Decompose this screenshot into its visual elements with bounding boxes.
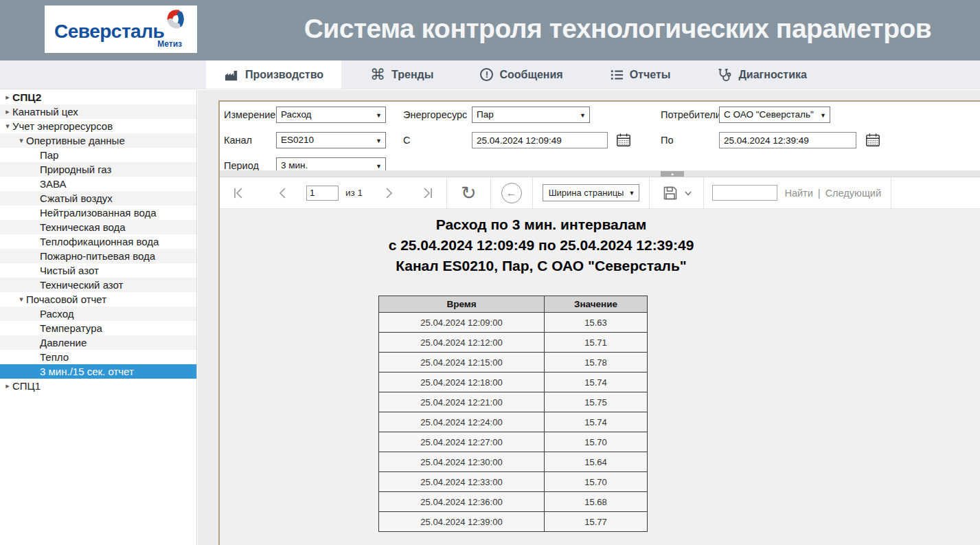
value-cell: 15.68 <box>545 492 648 512</box>
value-cell: 15.78 <box>545 353 648 372</box>
find-divider: | <box>818 188 821 199</box>
time-cell: 25.04.2024 12:15:00 <box>379 353 545 372</box>
sidebar-tree: ▸СПЦ2▸Канатный цех▾Учет энергоресурсов▾О… <box>0 90 197 545</box>
time-cell: 25.04.2024 12:27:00 <box>379 432 545 452</box>
sidebar-item-label: Чистый азот <box>40 263 99 278</box>
sidebar-item-label: Техническая вода <box>40 220 126 234</box>
tab-production[interactable]: Производство <box>206 60 341 89</box>
find-link[interactable]: Найти <box>784 188 812 199</box>
sidebar-item-label: Опертивные данные <box>26 133 125 148</box>
collapse-parameters-handle[interactable]: ▴ <box>661 171 684 177</box>
sidebar-item[interactable]: ▾Учет энергоресурсов <box>0 119 196 133</box>
sidebar-item[interactable]: Температура <box>0 321 196 335</box>
sidebar-item[interactable]: Давление <box>0 335 196 350</box>
reports-icon <box>610 69 624 81</box>
consumers-label: Потребители <box>661 107 721 123</box>
sidebar-item-label: Технический азот <box>40 278 123 292</box>
tab-messages[interactable]: ! Сообщения <box>462 60 580 89</box>
chevron-collapsed-icon[interactable]: ▸ <box>3 379 12 393</box>
sidebar-item[interactable]: Сжатый воздух <box>0 191 196 205</box>
last-page-button[interactable] <box>419 185 435 201</box>
sidebar-item[interactable]: 3 мин./15 сек. отчет <box>0 364 196 379</box>
sidebar-item[interactable]: ▸Канатный цех <box>0 104 196 119</box>
table-row: 25.04.2024 12:15:0015.78 <box>379 353 648 372</box>
next-page-button[interactable] <box>380 185 397 201</box>
chevron-expanded-icon[interactable]: ▾ <box>3 119 12 133</box>
value-cell: 15.77 <box>545 512 648 532</box>
sidebar-item[interactable]: Тепло <box>0 350 196 364</box>
sidebar-item[interactable]: Природный газ <box>0 162 196 177</box>
zoom-select[interactable]: Ширина страницы▼ <box>543 184 640 201</box>
content-area: Измерение Расход▼ Энергоресурс Пар▼ Потр… <box>198 90 980 545</box>
tab-label: Сообщения <box>499 69 562 81</box>
report-subtitle-channel: Канал ES0210, Пар, С ОАО "Северсталь" <box>220 256 863 276</box>
tab-diagnostics[interactable]: Диагностика <box>699 60 825 89</box>
sidebar-item[interactable]: Технический азот <box>0 278 196 292</box>
toolbar-separator <box>649 177 650 209</box>
time-cell: 25.04.2024 12:33:00 <box>379 472 545 492</box>
channel-select[interactable]: ES0210▼ <box>276 132 386 148</box>
severstal-swirl-icon <box>164 8 187 32</box>
save-icon <box>662 185 679 201</box>
measurement-select[interactable]: Расход▼ <box>276 107 386 123</box>
sidebar-item-label: СПЦ2 <box>12 90 41 104</box>
date-from-input[interactable] <box>472 132 608 148</box>
sidebar-item[interactable]: ▾Почасовой отчет <box>0 292 196 307</box>
find-next-link[interactable]: Следующий <box>825 188 881 199</box>
sidebar-item-label: Учет энергоресурсов <box>12 119 113 133</box>
time-cell: 25.04.2024 12:24:00 <box>379 412 545 432</box>
date-to-input[interactable] <box>719 132 856 148</box>
logo-subtitle: Метиз <box>157 39 182 49</box>
sidebar-item-label: Пар <box>40 148 58 162</box>
table-row: 25.04.2024 12:21:0015.75 <box>379 392 648 412</box>
trends-icon: ⌘ <box>370 68 385 82</box>
sidebar-item[interactable]: Нейтрализованная вода <box>0 205 196 220</box>
report-table-body: 25.04.2024 12:09:0015.6325.04.2024 12:12… <box>379 313 648 532</box>
toolbar-separator <box>703 177 704 209</box>
first-page-button[interactable] <box>231 185 247 201</box>
table-row: 25.04.2024 12:33:0015.70 <box>379 472 648 492</box>
table-row: 25.04.2024 12:36:0015.68 <box>379 492 648 512</box>
report-frame: Измерение Расход▼ Энергоресурс Пар▼ Потр… <box>218 100 980 545</box>
sidebar-item[interactable]: Теплофикационная вода <box>0 234 196 249</box>
chevron-down-icon: ▼ <box>376 133 382 148</box>
previous-page-button[interactable] <box>275 185 291 201</box>
sidebar-item[interactable]: ▸СПЦ2 <box>0 90 196 104</box>
consumers-select[interactable]: С ОАО "Северсталь"▼ <box>719 107 830 123</box>
sidebar-item[interactable]: Расход <box>0 307 196 321</box>
sidebar-item-label: Сжатый воздух <box>40 191 113 205</box>
date-from-calendar-button[interactable] <box>616 132 633 148</box>
back-button[interactable]: ← <box>501 183 522 203</box>
toolbar-separator <box>532 177 533 209</box>
report-toolbar: из 1 ↻ ← Ширина страницы▼ <box>220 177 980 209</box>
sidebar-item[interactable]: ▸СПЦ1 <box>0 379 196 393</box>
time-cell: 25.04.2024 12:12:00 <box>379 333 545 353</box>
channel-label: Канал <box>224 132 252 148</box>
sidebar-item[interactable]: Пар <box>0 148 196 162</box>
report-title: Расход по 3 мин. интервалам <box>220 214 863 235</box>
sidebar-item-label: Природный газ <box>40 162 111 177</box>
chevron-down-icon: ▼ <box>580 108 586 123</box>
sidebar-item-label: ЗАВА <box>40 177 67 191</box>
sidebar-item[interactable]: Техническая вода <box>0 220 196 234</box>
date-to-calendar-button[interactable] <box>865 132 882 148</box>
chevron-expanded-icon[interactable]: ▾ <box>16 292 26 307</box>
chevron-collapsed-icon[interactable]: ▸ <box>3 104 12 119</box>
tab-reports[interactable]: Отчеты <box>592 60 689 89</box>
table-row: 25.04.2024 12:39:0015.77 <box>379 512 648 532</box>
tab-trends[interactable]: ⌘ Тренды <box>352 60 451 89</box>
date-to-label: По <box>661 132 674 148</box>
sidebar-item[interactable]: Чистый азот <box>0 263 196 278</box>
refresh-icon[interactable]: ↻ <box>461 183 477 203</box>
sidebar-item[interactable]: ▾Опертивные данные <box>0 133 196 148</box>
chevron-collapsed-icon[interactable]: ▸ <box>3 90 12 104</box>
search-input[interactable] <box>712 185 777 201</box>
export-save-button[interactable] <box>662 185 694 201</box>
time-cell: 25.04.2024 12:36:00 <box>379 492 545 512</box>
page-number-input[interactable] <box>306 186 339 201</box>
chevron-expanded-icon[interactable]: ▾ <box>16 133 26 148</box>
resource-select[interactable]: Пар▼ <box>472 107 590 123</box>
sidebar-item-label: Тепло <box>40 350 69 364</box>
sidebar-item[interactable]: Пожарно-питьевая вода <box>0 249 196 263</box>
sidebar-item[interactable]: ЗАВА <box>0 177 196 191</box>
